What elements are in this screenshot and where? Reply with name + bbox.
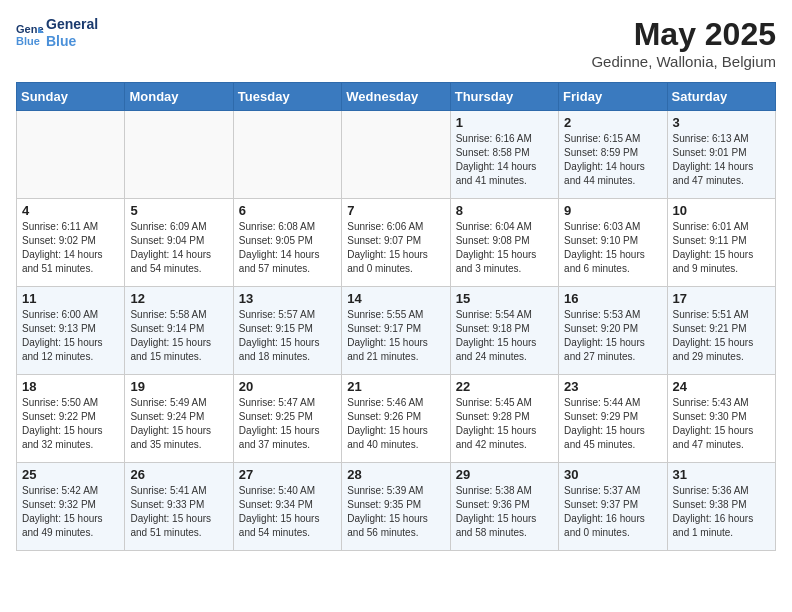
day-info: Sunrise: 5:38 AM Sunset: 9:36 PM Dayligh…: [456, 484, 553, 540]
day-info: Sunrise: 5:55 AM Sunset: 9:17 PM Dayligh…: [347, 308, 444, 364]
calendar-day: 6Sunrise: 6:08 AM Sunset: 9:05 PM Daylig…: [233, 199, 341, 287]
day-info: Sunrise: 5:57 AM Sunset: 9:15 PM Dayligh…: [239, 308, 336, 364]
day-number: 26: [130, 467, 227, 482]
calendar-day: 4Sunrise: 6:11 AM Sunset: 9:02 PM Daylig…: [17, 199, 125, 287]
logo: General Blue General Blue: [16, 16, 98, 50]
calendar-day: 5Sunrise: 6:09 AM Sunset: 9:04 PM Daylig…: [125, 199, 233, 287]
day-info: Sunrise: 5:47 AM Sunset: 9:25 PM Dayligh…: [239, 396, 336, 452]
day-number: 16: [564, 291, 661, 306]
day-info: Sunrise: 5:54 AM Sunset: 9:18 PM Dayligh…: [456, 308, 553, 364]
calendar-week-3: 11Sunrise: 6:00 AM Sunset: 9:13 PM Dayli…: [17, 287, 776, 375]
day-info: Sunrise: 5:42 AM Sunset: 9:32 PM Dayligh…: [22, 484, 119, 540]
day-number: 21: [347, 379, 444, 394]
day-number: 24: [673, 379, 770, 394]
day-number: 11: [22, 291, 119, 306]
calendar-day: [125, 111, 233, 199]
day-info: Sunrise: 5:36 AM Sunset: 9:38 PM Dayligh…: [673, 484, 770, 540]
day-info: Sunrise: 6:09 AM Sunset: 9:04 PM Dayligh…: [130, 220, 227, 276]
calendar-day: 2Sunrise: 6:15 AM Sunset: 8:59 PM Daylig…: [559, 111, 667, 199]
day-info: Sunrise: 6:00 AM Sunset: 9:13 PM Dayligh…: [22, 308, 119, 364]
day-info: Sunrise: 6:11 AM Sunset: 9:02 PM Dayligh…: [22, 220, 119, 276]
calendar-day: 31Sunrise: 5:36 AM Sunset: 9:38 PM Dayli…: [667, 463, 775, 551]
day-info: Sunrise: 5:40 AM Sunset: 9:34 PM Dayligh…: [239, 484, 336, 540]
calendar-day: 27Sunrise: 5:40 AM Sunset: 9:34 PM Dayli…: [233, 463, 341, 551]
day-info: Sunrise: 6:01 AM Sunset: 9:11 PM Dayligh…: [673, 220, 770, 276]
day-number: 3: [673, 115, 770, 130]
page-header: General Blue General Blue May 2025 Gedin…: [16, 16, 776, 70]
day-number: 18: [22, 379, 119, 394]
day-number: 9: [564, 203, 661, 218]
calendar-day: 15Sunrise: 5:54 AM Sunset: 9:18 PM Dayli…: [450, 287, 558, 375]
weekday-header-thursday: Thursday: [450, 83, 558, 111]
month-year: May 2025: [591, 16, 776, 53]
calendar-day: 11Sunrise: 6:00 AM Sunset: 9:13 PM Dayli…: [17, 287, 125, 375]
day-number: 30: [564, 467, 661, 482]
day-number: 14: [347, 291, 444, 306]
calendar-day: 20Sunrise: 5:47 AM Sunset: 9:25 PM Dayli…: [233, 375, 341, 463]
location: Gedinne, Wallonia, Belgium: [591, 53, 776, 70]
calendar-day: 16Sunrise: 5:53 AM Sunset: 9:20 PM Dayli…: [559, 287, 667, 375]
day-info: Sunrise: 6:06 AM Sunset: 9:07 PM Dayligh…: [347, 220, 444, 276]
day-number: 6: [239, 203, 336, 218]
calendar-day: 24Sunrise: 5:43 AM Sunset: 9:30 PM Dayli…: [667, 375, 775, 463]
day-info: Sunrise: 5:51 AM Sunset: 9:21 PM Dayligh…: [673, 308, 770, 364]
day-number: 4: [22, 203, 119, 218]
calendar-day: [233, 111, 341, 199]
day-number: 23: [564, 379, 661, 394]
day-number: 27: [239, 467, 336, 482]
weekday-header-monday: Monday: [125, 83, 233, 111]
day-number: 1: [456, 115, 553, 130]
calendar-day: 28Sunrise: 5:39 AM Sunset: 9:35 PM Dayli…: [342, 463, 450, 551]
calendar-day: 17Sunrise: 5:51 AM Sunset: 9:21 PM Dayli…: [667, 287, 775, 375]
calendar-week-4: 18Sunrise: 5:50 AM Sunset: 9:22 PM Dayli…: [17, 375, 776, 463]
day-info: Sunrise: 5:44 AM Sunset: 9:29 PM Dayligh…: [564, 396, 661, 452]
day-number: 15: [456, 291, 553, 306]
calendar-day: [342, 111, 450, 199]
day-info: Sunrise: 6:13 AM Sunset: 9:01 PM Dayligh…: [673, 132, 770, 188]
day-info: Sunrise: 6:03 AM Sunset: 9:10 PM Dayligh…: [564, 220, 661, 276]
logo-line1: General: [46, 16, 98, 33]
day-info: Sunrise: 5:58 AM Sunset: 9:14 PM Dayligh…: [130, 308, 227, 364]
calendar-day: 18Sunrise: 5:50 AM Sunset: 9:22 PM Dayli…: [17, 375, 125, 463]
day-info: Sunrise: 5:46 AM Sunset: 9:26 PM Dayligh…: [347, 396, 444, 452]
calendar-day: 19Sunrise: 5:49 AM Sunset: 9:24 PM Dayli…: [125, 375, 233, 463]
day-number: 13: [239, 291, 336, 306]
day-info: Sunrise: 5:50 AM Sunset: 9:22 PM Dayligh…: [22, 396, 119, 452]
calendar-day: 14Sunrise: 5:55 AM Sunset: 9:17 PM Dayli…: [342, 287, 450, 375]
day-info: Sunrise: 6:15 AM Sunset: 8:59 PM Dayligh…: [564, 132, 661, 188]
calendar-day: 13Sunrise: 5:57 AM Sunset: 9:15 PM Dayli…: [233, 287, 341, 375]
calendar-day: 7Sunrise: 6:06 AM Sunset: 9:07 PM Daylig…: [342, 199, 450, 287]
calendar-week-5: 25Sunrise: 5:42 AM Sunset: 9:32 PM Dayli…: [17, 463, 776, 551]
weekday-header-row: SundayMondayTuesdayWednesdayThursdayFrid…: [17, 83, 776, 111]
day-number: 22: [456, 379, 553, 394]
weekday-header-friday: Friday: [559, 83, 667, 111]
calendar-day: 22Sunrise: 5:45 AM Sunset: 9:28 PM Dayli…: [450, 375, 558, 463]
weekday-header-sunday: Sunday: [17, 83, 125, 111]
day-number: 28: [347, 467, 444, 482]
day-info: Sunrise: 5:49 AM Sunset: 9:24 PM Dayligh…: [130, 396, 227, 452]
logo-line2: Blue: [46, 33, 98, 50]
weekday-header-tuesday: Tuesday: [233, 83, 341, 111]
calendar-day: 23Sunrise: 5:44 AM Sunset: 9:29 PM Dayli…: [559, 375, 667, 463]
day-number: 31: [673, 467, 770, 482]
day-info: Sunrise: 5:37 AM Sunset: 9:37 PM Dayligh…: [564, 484, 661, 540]
day-number: 8: [456, 203, 553, 218]
day-number: 2: [564, 115, 661, 130]
day-number: 12: [130, 291, 227, 306]
calendar-day: 10Sunrise: 6:01 AM Sunset: 9:11 PM Dayli…: [667, 199, 775, 287]
calendar-day: 26Sunrise: 5:41 AM Sunset: 9:33 PM Dayli…: [125, 463, 233, 551]
day-number: 25: [22, 467, 119, 482]
day-number: 10: [673, 203, 770, 218]
calendar-day: 3Sunrise: 6:13 AM Sunset: 9:01 PM Daylig…: [667, 111, 775, 199]
calendar-week-1: 1Sunrise: 6:16 AM Sunset: 8:58 PM Daylig…: [17, 111, 776, 199]
day-info: Sunrise: 5:53 AM Sunset: 9:20 PM Dayligh…: [564, 308, 661, 364]
svg-text:Blue: Blue: [16, 35, 40, 47]
calendar-day: 9Sunrise: 6:03 AM Sunset: 9:10 PM Daylig…: [559, 199, 667, 287]
day-info: Sunrise: 5:39 AM Sunset: 9:35 PM Dayligh…: [347, 484, 444, 540]
day-number: 5: [130, 203, 227, 218]
calendar-day: 21Sunrise: 5:46 AM Sunset: 9:26 PM Dayli…: [342, 375, 450, 463]
weekday-header-wednesday: Wednesday: [342, 83, 450, 111]
logo-icon: General Blue: [16, 19, 44, 47]
calendar-day: 12Sunrise: 5:58 AM Sunset: 9:14 PM Dayli…: [125, 287, 233, 375]
calendar-day: 1Sunrise: 6:16 AM Sunset: 8:58 PM Daylig…: [450, 111, 558, 199]
